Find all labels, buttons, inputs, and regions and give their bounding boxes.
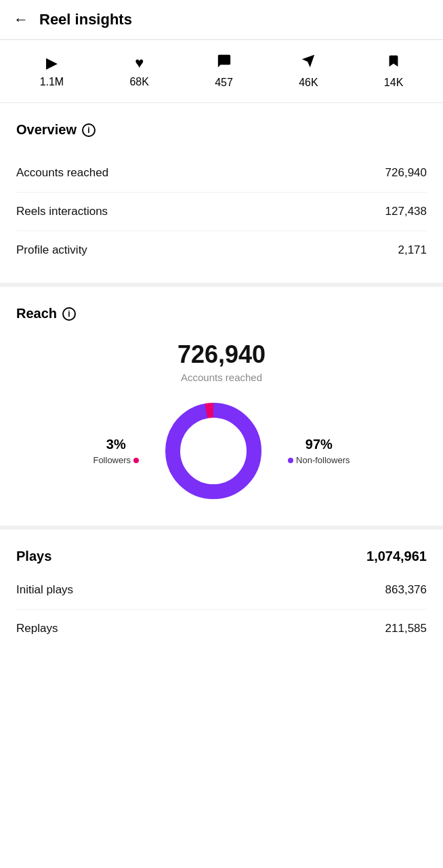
stat-plays[interactable]: ▶ 1.1M xyxy=(40,54,64,88)
likes-value: 68K xyxy=(129,76,148,88)
stat-comments[interactable]: 457 xyxy=(215,54,233,89)
reach-section: Reach i 726,940 Accounts reached 3% Foll… xyxy=(0,287,443,530)
reach-title: Reach i xyxy=(16,306,427,321)
play-icon: ▶ xyxy=(46,54,58,72)
stat-shares[interactable]: 46K xyxy=(299,54,318,89)
share-icon xyxy=(301,54,316,73)
replays-label: Replays xyxy=(16,622,58,635)
shares-value: 46K xyxy=(299,77,318,89)
plays-header: Plays 1,074,961 xyxy=(16,549,427,564)
accounts-reached-value: 726,940 xyxy=(385,166,427,180)
comments-value: 457 xyxy=(215,77,233,89)
heart-icon: ♥ xyxy=(135,54,144,72)
initial-plays-label: Initial plays xyxy=(16,583,73,597)
initial-plays-row[interactable]: Initial plays 863,376 xyxy=(16,571,427,610)
page-title: Reel insights xyxy=(39,11,132,28)
stats-row: ▶ 1.1M ♥ 68K 457 46K 14K xyxy=(0,40,443,103)
stat-likes[interactable]: ♥ 68K xyxy=(129,54,148,88)
back-button[interactable]: ← xyxy=(14,11,28,28)
overview-info-icon[interactable]: i xyxy=(82,123,96,137)
profile-activity-row[interactable]: Profile activity 2,171 xyxy=(16,231,427,269)
accounts-reached-label: Accounts reached xyxy=(16,166,108,180)
profile-activity-value: 2,171 xyxy=(398,243,427,257)
followers-legend: 3% Followers xyxy=(93,437,139,465)
comment-icon xyxy=(217,54,232,73)
back-icon: ← xyxy=(14,11,28,28)
stat-saves[interactable]: 14K xyxy=(384,54,403,89)
nonfollowers-label: Non-followers xyxy=(288,455,350,465)
nonfollowers-dot xyxy=(288,458,293,463)
replays-row[interactable]: Replays 211,585 xyxy=(16,610,427,648)
initial-plays-value: 863,376 xyxy=(385,583,427,597)
svg-point-0 xyxy=(173,410,254,492)
donut-chart-container: 3% Followers 97% Non-followers xyxy=(16,397,427,505)
reach-total: 726,940 xyxy=(177,340,266,369)
header: ← Reel insights xyxy=(0,0,443,40)
overview-title: Overview i xyxy=(16,122,427,138)
plays-title: Plays xyxy=(16,549,51,564)
reels-interactions-row[interactable]: Reels interactions 127,438 xyxy=(16,193,427,231)
nonfollowers-pct: 97% xyxy=(305,437,333,452)
profile-activity-label: Profile activity xyxy=(16,243,87,257)
donut-chart xyxy=(159,397,268,505)
bookmark-icon xyxy=(386,54,401,73)
saves-value: 14K xyxy=(384,77,403,89)
accounts-reached-row[interactable]: Accounts reached 726,940 xyxy=(16,154,427,193)
replays-value: 211,585 xyxy=(385,622,427,635)
reach-stats: 726,940 Accounts reached xyxy=(16,340,427,383)
plays-section: Plays 1,074,961 Initial plays 863,376 Re… xyxy=(0,530,443,654)
nonfollowers-legend: 97% Non-followers xyxy=(288,437,350,465)
overview-section: Overview i Accounts reached 726,940 Reel… xyxy=(0,103,443,287)
plays-total: 1,074,961 xyxy=(366,549,427,564)
reach-subtitle: Accounts reached xyxy=(181,372,262,383)
followers-pct: 3% xyxy=(106,437,126,452)
followers-dot xyxy=(133,458,139,463)
followers-label: Followers xyxy=(93,455,139,465)
reach-info-icon[interactable]: i xyxy=(62,307,76,321)
reels-interactions-label: Reels interactions xyxy=(16,205,108,218)
plays-value: 1.1M xyxy=(40,76,64,88)
reels-interactions-value: 127,438 xyxy=(385,205,427,218)
